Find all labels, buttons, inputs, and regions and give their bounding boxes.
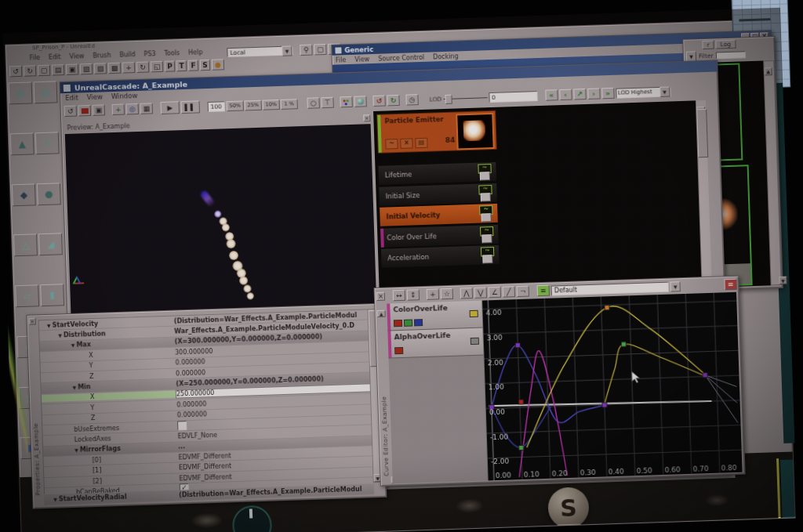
axis-widget-tool[interactable]: + — [35, 132, 60, 154]
menu-docking[interactable]: Docking — [433, 52, 459, 60]
grid-toggle-button[interactable]: ▦ — [140, 103, 153, 114]
volume-tool[interactable]: ◆ — [12, 183, 36, 206]
front-view-button[interactable]: ▨ — [94, 63, 107, 74]
s-mode-button[interactable]: S — [200, 60, 210, 71]
tangent-constant-button[interactable]: ¬ — [517, 286, 529, 298]
menu-ps3[interactable]: PS3 — [144, 50, 155, 57]
lod-lower-button[interactable]: ‹ — [559, 89, 572, 101]
filter-input[interactable] — [715, 51, 745, 59]
curve-track-alphaoverlife[interactable]: AlphaOverLife — [387, 328, 483, 359]
tangent-break-button[interactable]: ∠ — [489, 287, 501, 299]
menu-window[interactable]: Window — [111, 92, 138, 100]
curve-key-point[interactable] — [602, 403, 607, 407]
sound-actor-icon[interactable]: S — [547, 487, 590, 529]
chevron-down-icon[interactable]: ▼ — [282, 45, 292, 56]
expand-arrow-icon[interactable]: ▼ — [72, 385, 76, 390]
translate-button[interactable]: + — [122, 62, 135, 74]
graph-icon[interactable]: ▤ — [415, 138, 427, 149]
preset-tab-combo[interactable]: Default — [551, 281, 669, 295]
save-thumbnail-button[interactable] — [78, 105, 91, 117]
motion-toggle-button[interactable] — [354, 96, 366, 107]
tab-create-button[interactable]: ≡ — [537, 285, 550, 297]
scale-button[interactable]: ◱ — [151, 61, 163, 73]
module-checkbox[interactable] — [482, 255, 492, 263]
module-color-over-life[interactable]: Color Over Life~ — [380, 224, 499, 247]
chevron-down-icon[interactable]: ▼ — [659, 86, 670, 96]
property-checkbox[interactable] — [177, 421, 187, 430]
fit-horizontal-button[interactable]: ↔ — [393, 290, 405, 302]
pan-mode-button[interactable]: + — [427, 288, 439, 300]
fit-vertical-button[interactable]: ↕ — [407, 289, 420, 301]
orbit-mode-button[interactable]: + — [112, 104, 125, 116]
module-checkbox[interactable] — [480, 172, 490, 180]
module-initial-size[interactable]: Initial Size~ — [379, 183, 497, 205]
curve-key-point[interactable] — [703, 373, 707, 378]
track-curve-swatch[interactable] — [470, 310, 478, 317]
module-checkbox[interactable] — [481, 193, 491, 201]
dock-arrow-icon[interactable]: ▲ — [376, 310, 385, 317]
speed-10-button[interactable]: 10% — [262, 99, 279, 110]
preview-viewport[interactable] — [65, 124, 376, 316]
terrain-tool[interactable]: ▲ — [10, 132, 35, 155]
chevron-down-icon[interactable]: ▼ — [670, 281, 680, 291]
top-view-button[interactable]: ▧ — [80, 63, 93, 75]
curve-fan-2[interactable] — [705, 375, 737, 404]
transform-space-combo[interactable]: Local ▼ — [227, 45, 292, 57]
wedge-brush-tool[interactable]: ◢ — [38, 233, 63, 256]
sheet-brush-tool[interactable]: ▱ — [15, 284, 39, 307]
scroll-down-icon[interactable]: ▼ — [779, 277, 787, 284]
tangent-user-button[interactable]: ⋁ — [474, 287, 487, 299]
save-cam-button[interactable]: ▣ — [93, 104, 105, 116]
menu-file[interactable]: File — [336, 56, 347, 63]
lod-lowest-button[interactable]: « — [545, 89, 558, 101]
module-acceleration[interactable]: Acceleration~ — [381, 245, 500, 268]
channel-swatch[interactable] — [394, 320, 402, 327]
speed-25-button[interactable]: 25% — [244, 100, 261, 110]
emitter-vscrollbar[interactable]: ▲ ▼ — [696, 100, 712, 285]
find-actor-button[interactable]: ⚲ — [300, 45, 312, 56]
tab-delete-button[interactable]: ≡ — [724, 279, 736, 291]
tab-r[interactable]: r — [702, 41, 714, 49]
lod-higher-button[interactable]: › — [587, 88, 600, 100]
menu-help[interactable]: Help — [188, 49, 203, 56]
loop-button[interactable]: ○ — [307, 97, 319, 109]
expand-arrow-icon[interactable]: ▼ — [47, 322, 51, 328]
redo-button[interactable]: ↻ — [24, 65, 36, 77]
channel-swatch[interactable] — [404, 320, 412, 327]
emitter-thumbnail[interactable] — [456, 113, 494, 150]
curve-graph[interactable]: 4.003.002.001.000.00-1.00-2.000.000.100.… — [481, 292, 742, 481]
curve-key-point[interactable] — [518, 445, 523, 450]
f-mode-button[interactable]: F — [188, 60, 198, 71]
curve-track-coloroverlife[interactable]: ColorOverLife — [387, 301, 482, 331]
slider-thumb[interactable] — [445, 95, 452, 104]
stopwatch-icon[interactable]: ◷ — [405, 94, 418, 106]
tab-log[interactable]: Log — [715, 40, 736, 49]
save-button[interactable]: ▣ — [66, 63, 78, 75]
module-checkbox[interactable] — [481, 234, 492, 243]
speed-100-field[interactable]: 100 — [208, 101, 225, 112]
expand-arrow-icon[interactable]: ▼ — [53, 497, 57, 502]
menu-source-control[interactable]: Source Control — [378, 53, 424, 62]
speed-1-button[interactable]: 1 % — [280, 99, 297, 110]
cone-brush-tool[interactable]: △ — [13, 234, 38, 257]
menu-file[interactable]: File — [29, 54, 40, 61]
open-button[interactable]: ▤ — [52, 64, 64, 76]
curve-color-yellow-big[interactable] — [522, 303, 707, 447]
menu-build[interactable]: Build — [119, 51, 135, 59]
menu-view[interactable]: View — [87, 92, 103, 101]
expand-arrow-icon[interactable]: ▼ — [71, 342, 75, 348]
rotate-button[interactable]: ↻ — [136, 61, 149, 73]
channel-swatch[interactable] — [394, 347, 403, 354]
module-checkbox[interactable] — [481, 213, 491, 222]
scroll-up-icon[interactable]: ▲ — [764, 67, 772, 75]
t-mode-button[interactable]: T — [176, 60, 187, 71]
curve-key-point[interactable] — [605, 305, 609, 309]
curve-key-point[interactable] — [518, 400, 523, 404]
restart-sim-button[interactable]: ↺ — [64, 106, 77, 118]
fullscreen-button[interactable]: ▢ — [314, 44, 326, 56]
menu-edit[interactable]: Edit — [49, 53, 61, 61]
module-lifetime[interactable]: Lifetime~ — [378, 162, 496, 185]
menu-view[interactable]: View — [69, 52, 84, 60]
expand-arrow-icon[interactable]: ▼ — [74, 447, 78, 453]
cylinder-brush-tool[interactable]: ▮ — [40, 284, 64, 306]
